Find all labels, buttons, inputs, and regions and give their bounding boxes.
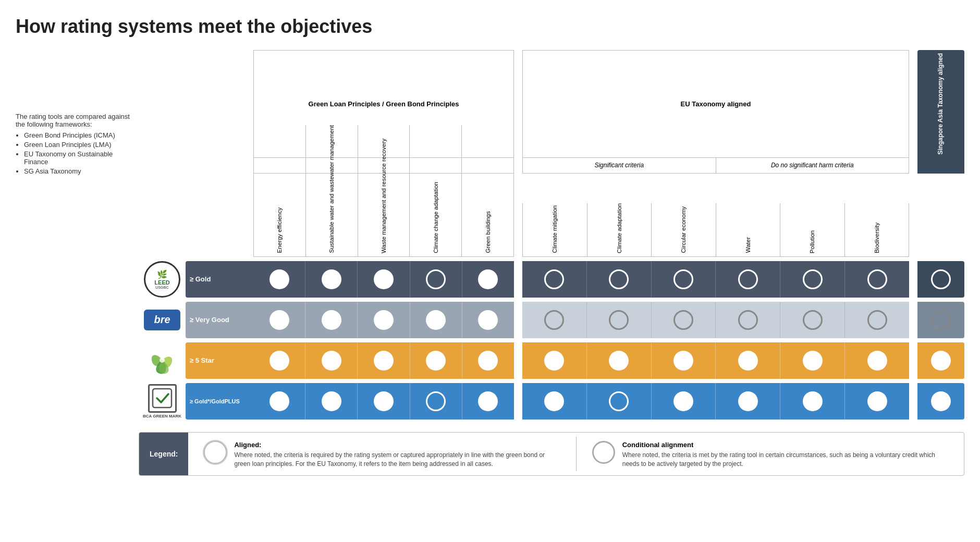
breeam-glp-1 xyxy=(305,302,358,338)
desc-item-1: Green Bond Principles (ICMA) xyxy=(24,131,130,139)
row-greenstar: ≥ 5 Star xyxy=(139,342,964,379)
legend-conditional-text: Conditional alignment Where noted, the c… xyxy=(622,440,948,469)
breeam-eu-2 xyxy=(652,302,716,338)
description-intro: The rating tools are compared against th… xyxy=(16,113,130,128)
breeam-glp-4 xyxy=(462,302,514,338)
col-eu-water: Water xyxy=(716,203,781,256)
gstar-sg xyxy=(917,342,964,379)
gmark-glp-2 xyxy=(358,383,410,420)
gstar-glp-1 xyxy=(305,342,358,379)
desc-item-4: SG Asia Taxonomy xyxy=(24,167,130,175)
leed-eu-3 xyxy=(716,261,780,298)
col-green-buildings: Green buildings xyxy=(462,125,513,256)
greenstar-label: ≥ 5 Star xyxy=(186,342,253,379)
legend-label: Legend: xyxy=(139,433,188,476)
greenmark-logo: BCA GREEN MARK xyxy=(139,383,186,420)
eu-significant-header: Significant criteria xyxy=(523,158,716,173)
col-water: Sustainable water and wastewater managem… xyxy=(306,125,358,256)
row-greenmark: BCA GREEN MARK ≥ Gold*/GoldPLUS xyxy=(139,383,964,420)
gstar-eu-5 xyxy=(845,342,909,379)
gstar-glp-2 xyxy=(358,342,410,379)
greenstar-logo xyxy=(139,342,186,379)
breeam-eu-3 xyxy=(716,302,780,338)
col-waste: Waste management and resource recovery xyxy=(358,125,410,256)
main-table: Green Loan Principles / Green Bond Princ… xyxy=(139,50,964,476)
gmark-eu-2 xyxy=(652,383,716,420)
gstar-glp-0 xyxy=(253,342,305,379)
leed-sg xyxy=(917,261,964,298)
gstar-eu-0 xyxy=(522,342,587,379)
col-circular: Circular economy xyxy=(652,203,716,256)
col-clim-mit: Climate mitigation xyxy=(523,203,587,256)
col-energy: Energy efficiency xyxy=(254,125,306,256)
gstar-eu-1 xyxy=(587,342,652,379)
eu-dnsh-header: Do no significant harm criteria xyxy=(716,158,909,173)
greenmark-label: ≥ Gold*/GoldPLUS xyxy=(186,383,253,420)
gmark-glp-1 xyxy=(305,383,358,420)
gmark-eu-5 xyxy=(845,383,909,420)
breeam-logo: bre xyxy=(139,302,186,338)
col-climate: Climate change adaptation xyxy=(410,125,462,256)
col-pollution: Pollution xyxy=(780,203,845,256)
breeam-glp-0 xyxy=(253,302,305,338)
col-clim-adapt: Climate adaptation xyxy=(587,203,652,256)
eu-group-header: EU Taxonomy aligned xyxy=(522,50,909,158)
svg-point-0 xyxy=(160,358,165,363)
gstar-eu-3 xyxy=(716,342,780,379)
leed-glp-4 xyxy=(462,261,514,298)
gmark-sg xyxy=(917,383,964,420)
leed-eu-2 xyxy=(652,261,716,298)
leed-glp-0 xyxy=(253,261,305,298)
breeam-glp-2 xyxy=(358,302,410,338)
breeam-sg xyxy=(917,302,964,338)
desc-item-2: Green Loan Principles (LMA) xyxy=(24,141,130,149)
gstar-eu-2 xyxy=(652,342,716,379)
gstar-eu-4 xyxy=(780,342,845,379)
leed-eu-0 xyxy=(522,261,587,298)
gstar-glp-3 xyxy=(410,342,462,379)
legend-conditional: Conditional alignment Where noted, the c… xyxy=(577,433,964,476)
leed-label: ≥ Gold xyxy=(186,261,253,298)
page-title: How rating systems meet the objectives xyxy=(16,16,964,38)
description-panel: The rating tools are compared against th… xyxy=(16,50,130,177)
leed-glp-2 xyxy=(358,261,410,298)
legend-aligned: Aligned: Where noted, the criteria is re… xyxy=(188,433,575,476)
sg-group-header: Singapore Asia Taxonomy aligned xyxy=(917,50,964,158)
breeam-eu-5 xyxy=(845,302,909,338)
gmark-eu-3 xyxy=(716,383,780,420)
leed-eu-1 xyxy=(587,261,652,298)
row-breeam: bre ≥ Very Good xyxy=(139,302,964,338)
gmark-glp-0 xyxy=(253,383,305,420)
gmark-eu-0 xyxy=(522,383,587,420)
leed-glp-3 xyxy=(410,261,462,298)
legend-aligned-text: Aligned: Where noted, the criteria is re… xyxy=(234,440,560,469)
breeam-eu-0 xyxy=(522,302,587,338)
row-leed: 🌿 LEED USGBC ≥ Gold xyxy=(139,261,964,298)
breeam-eu-4 xyxy=(780,302,845,338)
svg-rect-1 xyxy=(153,389,172,408)
leed-eu-4 xyxy=(780,261,845,298)
breeam-eu-1 xyxy=(587,302,652,338)
gmark-glp-3 xyxy=(410,383,462,420)
breeam-label: ≥ Very Good xyxy=(186,302,253,338)
gmark-eu-1 xyxy=(587,383,652,420)
gmark-eu-4 xyxy=(780,383,845,420)
leed-logo: 🌿 LEED USGBC xyxy=(139,261,186,298)
legend-aligned-circle xyxy=(204,441,227,464)
legend-conditional-circle xyxy=(592,441,615,464)
legend-section: Legend: Aligned: Where noted, the criter… xyxy=(139,432,964,476)
breeam-glp-3 xyxy=(410,302,462,338)
leed-eu-5 xyxy=(845,261,909,298)
gstar-glp-4 xyxy=(462,342,514,379)
gmark-glp-4 xyxy=(462,383,514,420)
leed-glp-1 xyxy=(305,261,358,298)
col-biodiversity: Biodiversity xyxy=(845,203,909,256)
desc-item-3: EU Taxonomy on Sustainable Finance xyxy=(24,150,130,166)
